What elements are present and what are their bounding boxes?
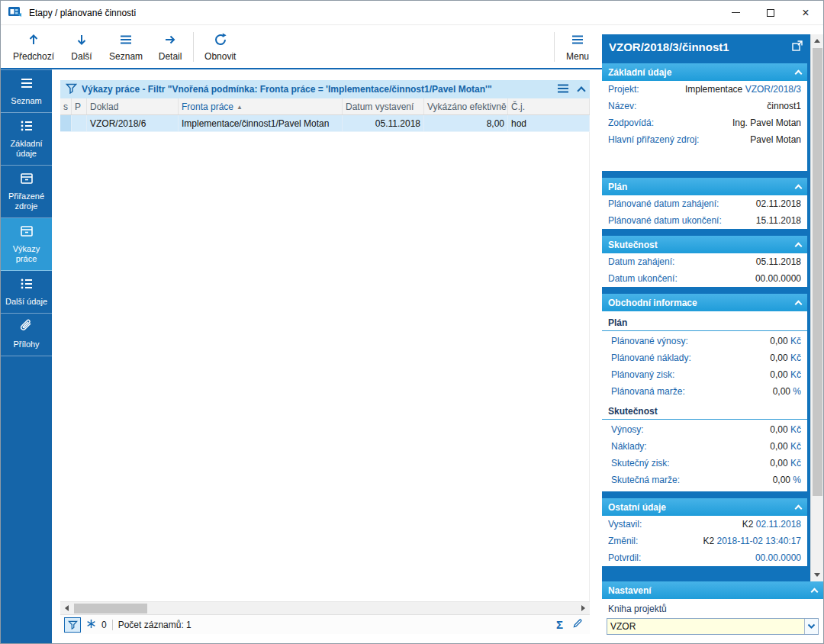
section-header[interactable]: Základní údaje xyxy=(602,63,807,81)
field-label: Plánovaný zisk: xyxy=(611,369,674,380)
value-link[interactable]: 2018-11-02 13:40:17 xyxy=(716,536,801,546)
value-text: Implementace xyxy=(685,84,745,95)
row-cell-doklad: VZOR/2018/6 xyxy=(87,115,179,131)
field-label: Plánované datum ukončení: xyxy=(608,215,722,226)
value-link[interactable]: 02.11.2018 xyxy=(756,519,801,530)
horizontal-scrollbar[interactable] xyxy=(60,601,590,614)
value-link[interactable]: 00.00.0000 xyxy=(755,552,801,563)
next-button[interactable]: Další xyxy=(62,28,101,66)
panel-vertical-scrollbar[interactable] xyxy=(810,34,823,581)
arrow-right-icon xyxy=(163,33,177,49)
combo-dropdown-button[interactable] xyxy=(804,619,818,634)
section-ostatni-udaje: Ostatní údaje Vystavil:K2 02.11.2018 Změ… xyxy=(602,498,807,566)
field-row: Plánovaný zisk:0,00 Kč xyxy=(602,366,807,383)
scroll-right-button[interactable] xyxy=(577,602,590,615)
value-text: K2 xyxy=(703,536,716,546)
section-header[interactable]: Ostatní údaje xyxy=(602,498,807,516)
section-filler xyxy=(602,148,807,171)
sum-icon[interactable]: Σ xyxy=(556,619,563,630)
form-icon xyxy=(19,276,34,294)
left-sidebar: Seznam Základní údaje Přiřazené zdroje V… xyxy=(1,69,52,643)
value-text: 0,00 xyxy=(770,424,787,435)
column-header-datum-vystaveni[interactable]: Datum vystavení xyxy=(343,98,424,114)
field-row: Plánovaná marže:0,00 % xyxy=(602,383,807,400)
scroll-down-button[interactable] xyxy=(811,568,824,581)
arrow-up-icon xyxy=(27,33,40,49)
book-of-projects-combo[interactable]: VZOR xyxy=(607,618,819,635)
scrollbar-track[interactable] xyxy=(811,47,823,568)
table-row[interactable]: VZOR/2018/6 Implementace/činnost1/Pavel … xyxy=(60,115,590,132)
column-header-s[interactable]: s xyxy=(60,98,72,114)
toolbar: Předchozí Další Seznam Detail Obnovit Me… xyxy=(1,25,602,69)
section-plan: Plán Plánované datum zahájení:02.11.2018… xyxy=(602,178,807,229)
field-row: Datum ukončení:00.00.0000 xyxy=(602,270,807,287)
title-bar: Etapy / plánované činnosti × xyxy=(1,1,823,25)
section-header-label: Ostatní údaje xyxy=(608,502,666,513)
section-padding xyxy=(602,488,807,491)
grid-menu-icon[interactable] xyxy=(557,83,569,96)
minimize-button[interactable] xyxy=(718,1,753,24)
field-label: Potvrdil: xyxy=(608,552,641,563)
column-header-fronta-prace[interactable]: Fronta práce▲ xyxy=(179,98,343,114)
open-in-window-icon[interactable] xyxy=(791,40,803,54)
section-header[interactable]: Skutečnost xyxy=(602,236,807,253)
status-separator xyxy=(112,620,113,630)
value-unit: Kč xyxy=(788,458,801,469)
column-header-cj[interactable]: Č.j. xyxy=(508,98,590,114)
field-label: Projekt: xyxy=(608,84,639,95)
chevron-up-icon xyxy=(795,505,803,513)
close-button[interactable]: × xyxy=(788,1,823,24)
value-unit: Kč xyxy=(788,441,801,452)
field-row: Plánované výnosy:0,00 Kč xyxy=(602,333,807,349)
status-right-icons: Σ xyxy=(556,618,586,631)
grid-filter-header: Výkazy práce - Filtr "Vnořená podmínka: … xyxy=(60,80,590,98)
sidebar-item-prilohy[interactable]: Přílohy xyxy=(1,314,52,356)
box-icon xyxy=(19,171,34,188)
scroll-up-button[interactable] xyxy=(811,34,824,47)
scrollbar-thumb[interactable] xyxy=(74,604,147,613)
sidebar-item-vykazy-prace[interactable]: Výkazy práce xyxy=(1,218,52,271)
edit-pencil-icon[interactable] xyxy=(572,618,583,631)
value-link[interactable]: VZOR/2018/3 xyxy=(745,84,801,95)
field-value: 0,00 Kč xyxy=(770,369,801,380)
row-selector-cell[interactable] xyxy=(60,115,72,131)
field-row: Projekt:Implementace VZOR/2018/3 xyxy=(602,81,807,98)
sidebar-item-dalsi-udaje[interactable]: Další údaje xyxy=(1,271,52,314)
filter-active-button[interactable] xyxy=(64,617,81,633)
section-header[interactable]: Nastavení xyxy=(602,581,823,599)
maximize-button[interactable] xyxy=(753,1,788,24)
sidebar-item-zakladni-udaje[interactable]: Základní údaje xyxy=(1,113,52,166)
combo-value[interactable]: VZOR xyxy=(607,619,804,634)
section-header[interactable]: Obchodní informace xyxy=(602,294,807,311)
column-header-p[interactable]: P xyxy=(72,98,87,114)
list-button[interactable]: Seznam xyxy=(101,28,150,66)
column-header-vykazano[interactable]: Vykázáno efektivně xyxy=(424,98,508,114)
panel-content: VZOR/2018/3/činnost1 Základní údaje Proj… xyxy=(602,34,810,581)
value-text: 0,00 xyxy=(770,458,787,469)
detail-panel: VZOR/2018/3/činnost1 Základní údaje Proj… xyxy=(602,34,823,643)
chevron-up-icon xyxy=(795,185,803,192)
sidebar-item-seznam[interactable]: Seznam xyxy=(1,69,52,113)
refresh-button[interactable]: Obnovit xyxy=(197,28,243,66)
field-value: 0,00 % xyxy=(773,475,801,485)
field-label: Datum ukončení: xyxy=(608,273,678,284)
detail-button[interactable]: Detail xyxy=(150,28,190,66)
section-header-label: Obchodní informace xyxy=(608,298,697,308)
section-header[interactable]: Plán xyxy=(602,178,807,195)
field-value: 15.11.2018 xyxy=(756,215,801,226)
field-value: 00.00.0000 xyxy=(755,552,801,563)
menu-button[interactable]: Menu xyxy=(558,28,597,66)
scrollbar-thumb[interactable] xyxy=(813,48,822,496)
scroll-left-button[interactable] xyxy=(60,602,73,615)
previous-button[interactable]: Předchozí xyxy=(5,28,62,66)
field-label: Vystavil: xyxy=(608,519,642,530)
filter-icon[interactable] xyxy=(66,83,77,96)
sidebar-item-label: Výkazy práce xyxy=(2,244,50,264)
column-header-doklad[interactable]: Doklad xyxy=(87,98,179,114)
sidebar-item-prirazene-zdroje[interactable]: Přiřazené zdroje xyxy=(1,166,52,218)
chevron-up-icon xyxy=(811,588,819,596)
condition-icon[interactable] xyxy=(86,619,96,631)
panel-title-bar: VZOR/2018/3/činnost1 xyxy=(602,34,810,59)
book-of-projects-label: Kniha projektů xyxy=(607,603,819,618)
collapse-grid-icon[interactable] xyxy=(577,86,585,95)
